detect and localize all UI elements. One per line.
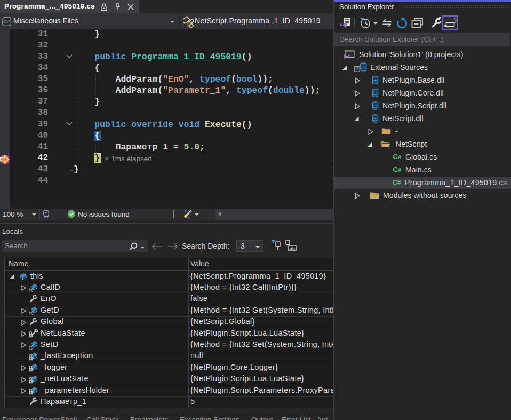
svg-text:ab: ab bbox=[290, 246, 295, 251]
svg-text:C#: C# bbox=[3, 19, 10, 25]
